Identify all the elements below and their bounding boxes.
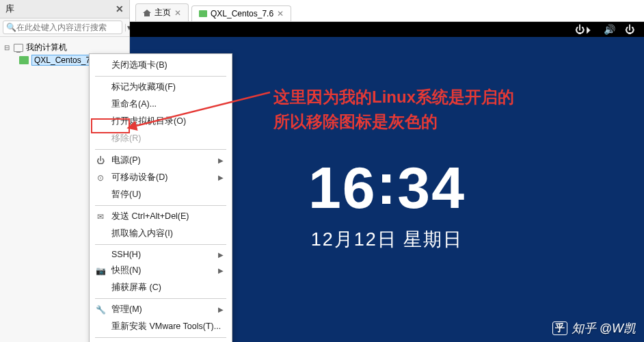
search-box[interactable]: 🔍 [3,21,122,34]
blank-icon [95,322,106,332]
annotation-arrow [130,92,273,133]
send-icon: ✉ [95,212,106,222]
ctx-removable[interactable]: ⊙ 可移动设备(D) ▶ [90,169,232,186]
blank-icon [95,250,106,259]
library-close-icon[interactable]: ✕ [116,3,124,14]
usb-icon: ⊙ [95,173,106,183]
search-row: 🔍 ▼ [0,18,129,37]
ctx-pause[interactable]: 暂停(U) [90,186,232,203]
tab-bar: 主页 ✕ QXL_Centos_7.6 ✕ [130,0,644,22]
ctx-ssh[interactable]: SSH(H) ▶ [90,247,232,262]
tab-home-label: 主页 [155,7,171,18]
ctx-separator [95,244,226,245]
ctx-capture[interactable]: 捕获屏幕 (C) [90,279,232,296]
blank-icon [95,100,106,109]
ctx-separator [95,298,226,299]
annotation-text: 这里因为我的Linux系统是开启的 所以移除图标是灰色的 [273,85,514,134]
svg-line-0 [133,92,270,127]
zhihu-logo-icon: 乎 [552,321,567,335]
vm-icon [19,56,29,64]
ctx-separator [95,149,226,150]
tree-root-label: 我的计算机 [26,42,67,53]
clock-date: 12月12日 星期日 [308,227,466,252]
blank-icon [95,190,106,200]
library-title: 库 [5,3,14,15]
ctx-power[interactable]: ⏻ 电源(P) ▶ [90,152,232,169]
manage-icon: 🔧 [95,305,106,315]
clock-time: 16:34 [308,154,466,222]
submenu-arrow-icon: ▶ [218,251,224,259]
blank-icon [95,61,106,70]
tab-vm-label: QXL_Centos_7.6 [211,9,273,18]
ctx-grab-input[interactable]: 抓取输入内容(I) [90,225,232,242]
watermark-text: 知乎 @W凯 [572,320,636,337]
computer-icon [14,44,23,52]
blank-icon [95,283,106,293]
network-icon[interactable]: ⏻⏵ [575,24,594,35]
ctx-send-cad[interactable]: ✉ 发送 Ctrl+Alt+Del(E) [90,208,232,225]
ctx-separator [95,337,226,338]
ctx-separator [95,76,226,77]
watermark: 乎 知乎 @W凯 [552,320,636,337]
library-header: 库 ✕ [0,0,129,18]
ctx-snapshot[interactable]: 📷 快照(N) ▶ [90,262,232,279]
clock-hours: 16 [308,155,377,220]
home-icon [143,10,151,16]
ctx-reinstall-tools[interactable]: 重新安装 VMware Tools(T)... [90,318,232,335]
vm-tab-icon [199,10,207,17]
ctx-close-tab[interactable]: 关闭选项卡(B) [90,57,232,74]
tree-root-row[interactable]: ⊟ 我的计算机 [3,41,126,54]
blank-icon [95,134,106,144]
vm-guest-topbar: ⏻⏵ 🔊 ⏻ [130,22,644,37]
annotation-line2: 所以移除图标是灰色的 [273,109,514,134]
submenu-arrow-icon: ▶ [218,306,224,313]
power-icon[interactable]: ⏻ [625,24,634,35]
volume-icon[interactable]: 🔊 [604,24,615,35]
search-icon: 🔍 [6,23,16,32]
blank-icon [95,83,106,92]
annotation-highlight-box [91,118,130,133]
ctx-separator [95,205,226,206]
clock-minutes: 34 [397,155,466,220]
power-icon: ⏻ [95,156,106,166]
lockscreen-clock: 16:34 12月12日 星期日 [308,154,466,252]
ctx-manage[interactable]: 🔧 管理(M) ▶ [90,301,232,318]
annotation-line1: 这里因为我的Linux系统是开启的 [273,85,514,109]
tab-vm-close-icon[interactable]: ✕ [277,9,284,18]
tab-vm[interactable]: QXL_Centos_7.6 ✕ [191,5,291,21]
tab-home-close-icon[interactable]: ✕ [174,8,181,18]
snapshot-icon: 📷 [95,266,106,276]
tab-home[interactable]: 主页 ✕ [135,3,189,21]
search-input[interactable] [16,23,119,32]
submenu-arrow-icon: ▶ [218,267,224,274]
tree-toggle-icon[interactable]: ⊟ [4,44,11,51]
submenu-arrow-icon: ▶ [218,174,224,181]
clock-colon: : [377,150,398,218]
submenu-arrow-icon: ▶ [218,157,224,164]
blank-icon [95,229,106,239]
